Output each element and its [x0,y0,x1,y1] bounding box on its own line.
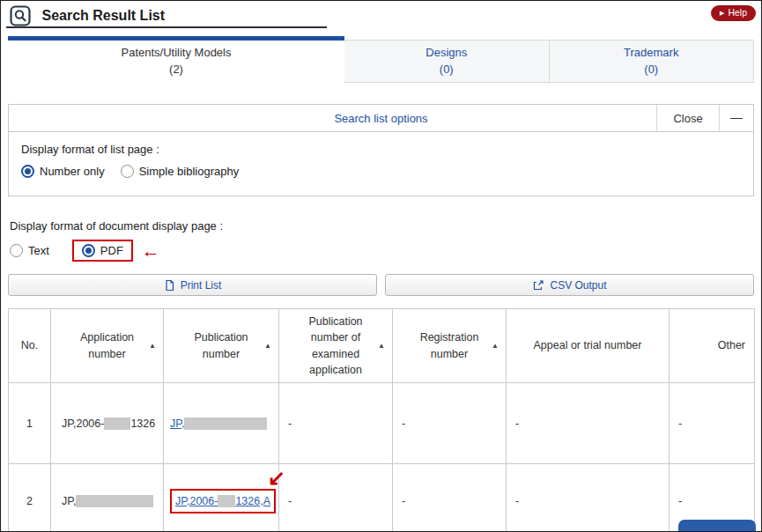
cell-no: 1 [9,383,51,464]
application-number-text: JP, [62,495,76,507]
minimize-button[interactable]: — [720,105,753,131]
csv-output-label: CSV Output [550,279,606,292]
cell-publication-number: JP, [164,383,279,464]
pdf-annotation-highlight-box: PDF [72,240,133,262]
diagonal-arrow-annotation-icon: ↙ [268,468,285,489]
results-table: No. Application number ▲ Publication num… [8,308,755,532]
cell-application-number: JP, [51,464,164,532]
header-label: Registration number [420,331,479,359]
print-icon [164,279,175,292]
sort-asc-icon[interactable]: ▲ [378,341,385,351]
tab-label: Designs [425,45,467,62]
left-arrow-annotation-icon: ← [142,241,160,260]
cell-appeal-trial-number: - [507,383,670,464]
tab-trademark[interactable]: Trademark (0) [550,40,755,83]
header-label: Application number [80,331,134,359]
publication-link[interactable]: JP,2006-1326,A [175,495,270,507]
cell-no: 2 [9,464,51,532]
column-header-other: Other [670,309,755,383]
radio-selected-icon [21,165,34,178]
cell-application-number: JP,2006-1326 [51,383,164,464]
publication-number-text: JP,2006- [175,495,218,507]
column-header-appeal-trial-number: Appeal or trial number [507,309,670,383]
header-label: Other [718,339,745,351]
tab-count: (2) [169,62,183,78]
column-header-examined-publication-number[interactable]: Publication number of examined applicati… [279,309,393,383]
redaction-box [184,417,267,430]
header-label: Appeal or trial number [534,339,642,351]
title-underline [6,26,327,28]
radio-unselected-icon [10,244,23,257]
tab-count: (0) [644,62,658,78]
cell-publication-number: ↙ JP,2006-1326,A [164,464,279,532]
radio-label: PDF [100,244,123,257]
radio-unselected-icon [121,165,134,178]
tab-patents-utility-models[interactable]: Patents/Utility Models (2) [8,36,344,83]
publication-number-text: 1326,A [235,495,270,507]
options-panel-body: Display format of list page : Number onl… [9,132,753,196]
column-header-publication-number[interactable]: Publication number ▲ [164,309,279,383]
header-label: No. [21,339,38,351]
header-label: Publication number of examined applicati… [308,315,362,375]
tab-label: Trademark [624,45,678,62]
tab-label: Patents/Utility Models [122,45,232,62]
options-panel-header: Search list options Close — [9,105,753,132]
play-icon: ▶ [720,10,724,16]
radio-pdf[interactable]: PDF [82,244,123,257]
csv-output-button[interactable]: CSV Output [385,274,754,296]
publication-number-text: JP, [170,417,184,430]
table-row: 1 JP,2006-1326 JP, - - - - [9,383,755,464]
cell-registration-number: - [393,464,507,532]
sort-asc-icon[interactable]: ▲ [149,341,156,351]
close-button[interactable]: Close [656,105,720,131]
cell-registration-number: - [393,383,507,464]
print-list-button[interactable]: Print List [8,274,377,296]
radio-label: Text [28,244,49,257]
minimize-icon: — [730,110,743,124]
options-panel-title[interactable]: Search list options [9,105,753,132]
list-format-radio-row: Number only Simple bibliography [21,165,741,178]
radio-simple-bibliography[interactable]: Simple bibliography [121,165,239,178]
column-header-no: No. [9,309,51,383]
help-button[interactable]: ▶ Help [711,5,756,21]
cell-examined-number: - [279,464,393,532]
radio-number-only[interactable]: Number only [21,165,105,178]
radio-text[interactable]: Text [10,244,49,257]
publication-link[interactable]: JP, [170,417,267,430]
publication-annotation-highlight-box: JP,2006-1326,A [170,489,276,514]
cell-examined-number: - [279,383,393,464]
tab-bar: Patents/Utility Models (2) Designs (0) T… [8,36,754,83]
redaction-box [104,417,130,430]
search-document-icon [10,5,31,26]
sort-asc-icon[interactable]: ▲ [492,341,499,351]
tab-count: (0) [440,62,454,78]
action-button-row: Print List CSV Output [8,274,754,296]
pagination-button-partial[interactable] [678,520,756,531]
radio-label: Simple bibliography [139,165,239,178]
print-list-label: Print List [181,279,222,292]
doc-display-format-section: Display format of document display page … [10,219,754,262]
cell-other: - [670,383,755,464]
doc-format-radio-row: Text PDF ← [10,240,754,262]
application-number-text: 1326 [130,417,155,430]
redaction-box [218,495,235,507]
tab-designs[interactable]: Designs (0) [344,40,550,83]
column-header-registration-number[interactable]: Registration number ▲ [393,309,507,383]
table-header-row: No. Application number ▲ Publication num… [9,309,755,383]
column-header-application-number[interactable]: Application number ▲ [51,309,164,383]
header-label: Publication number [194,331,248,359]
help-label: Help [728,8,747,18]
radio-selected-icon [82,244,95,257]
table-row: 2 JP, ↙ JP,2006-1326,A - - - - [9,464,755,532]
doc-format-label: Display format of document display page … [10,219,754,233]
page-container: Search Result List ▶ Help Patents/Utilit… [0,0,762,532]
application-number-text: JP,2006- [62,417,104,430]
page-header: Search Result List ▶ Help [1,1,761,31]
cell-appeal-trial-number: - [507,464,670,532]
export-icon [532,279,544,292]
redaction-box [76,495,153,507]
page-title: Search Result List [41,8,165,24]
search-list-options-panel: Search list options Close — Display form… [8,104,754,196]
sort-asc-icon[interactable]: ▲ [264,341,271,351]
radio-label: Number only [40,165,105,178]
